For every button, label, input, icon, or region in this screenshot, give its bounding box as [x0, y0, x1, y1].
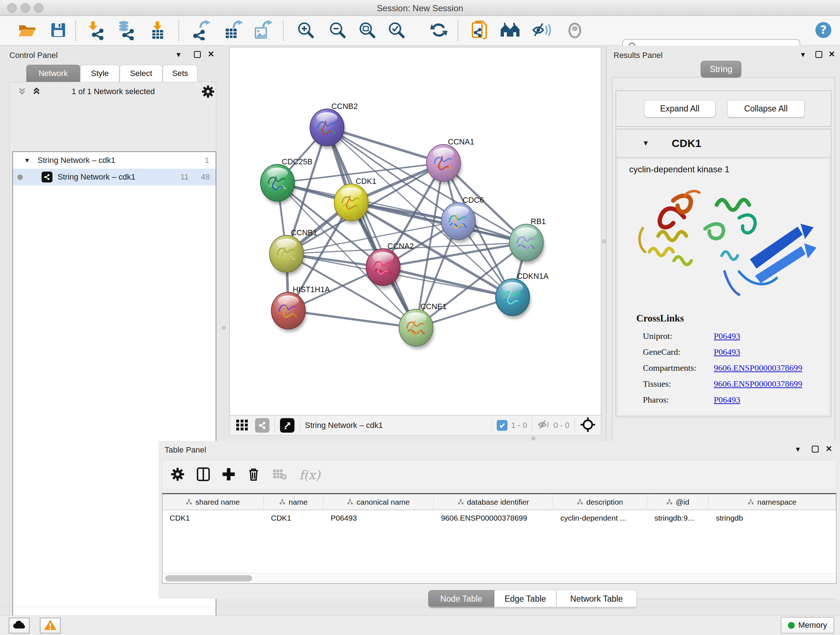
selected-checkbox-icon[interactable]: [497, 420, 508, 431]
node-CCNE1[interactable]: [399, 309, 434, 349]
zoom-fit-button[interactable]: [357, 21, 377, 41]
zoom-selected-button[interactable]: [386, 21, 407, 41]
export-network-button[interactable]: [191, 21, 211, 41]
edge-CCNB2-CCNE1[interactable]: [327, 127, 416, 328]
node-CDKN1A[interactable]: [496, 279, 531, 318]
delete-table-icon[interactable]: [272, 468, 287, 482]
table-cell[interactable]: CDK1: [264, 510, 324, 526]
tab-node-table[interactable]: Node Table: [428, 590, 494, 608]
network-row-selected[interactable]: String Network – cdk1 11 48: [13, 169, 216, 185]
panel-collapse-icon[interactable]: ▾: [796, 445, 800, 454]
panel-float-icon[interactable]: [194, 51, 201, 58]
horizontal-splitter-handle[interactable]: [531, 436, 535, 440]
node-CCNB1[interactable]: [270, 235, 305, 275]
table-cell[interactable]: cyclin-dependent ...: [553, 510, 647, 526]
share-document-button[interactable]: [470, 21, 490, 41]
table-cell[interactable]: stringdb: [709, 510, 836, 526]
panel-close-icon[interactable]: ✕: [826, 444, 832, 454]
tab-edge-table[interactable]: Edge Table: [494, 590, 556, 608]
node-CCNA2[interactable]: [366, 249, 401, 288]
tree-expand-icon[interactable]: ▼: [24, 157, 30, 165]
save-session-button[interactable]: [48, 21, 68, 41]
zoom-out-button[interactable]: [327, 21, 347, 41]
birdseye-view-icon[interactable]: [235, 418, 248, 432]
column-header-name[interactable]: name: [264, 494, 324, 510]
column-header-@id[interactable]: @id: [647, 494, 709, 510]
cloud-status-button[interactable]: [9, 618, 30, 633]
column-header-canonical-name[interactable]: canonical name: [324, 494, 434, 510]
edge-CCNA2-CDKN1A[interactable]: [383, 267, 513, 297]
table-cell[interactable]: CDK1: [163, 510, 264, 526]
section-collapse-icon[interactable]: ▼: [642, 139, 649, 147]
node-RB1[interactable]: [509, 224, 545, 264]
tab-select[interactable]: Select: [120, 65, 163, 82]
hide-graphics-details-button[interactable]: [532, 21, 552, 41]
crosslink-link[interactable]: P06493: [714, 347, 740, 357]
network-canvas[interactable]: CCNB2CCNA1CDC25BCDK1CDC6RB1CCNB1CCNA2CDK…: [229, 47, 601, 416]
table-horizontal-scrollbar[interactable]: [163, 573, 836, 583]
column-header-database-identifier[interactable]: database identifier: [434, 494, 553, 510]
results-tab-string[interactable]: String: [701, 61, 741, 78]
panel-close-icon[interactable]: ✕: [208, 50, 214, 59]
refresh-view-button[interactable]: [429, 21, 449, 41]
add-column-icon[interactable]: [222, 467, 235, 483]
import-network-file-button[interactable]: [86, 21, 106, 41]
hidden-eye-icon[interactable]: [538, 419, 551, 432]
export-image-button[interactable]: [253, 21, 273, 41]
panel-collapse-icon[interactable]: ▾: [177, 50, 180, 59]
node-CDK1[interactable]: [334, 184, 369, 224]
memory-button[interactable]: Memory: [781, 617, 834, 633]
collapse-all-button[interactable]: Collapse All: [727, 100, 805, 117]
panel-float-icon[interactable]: [815, 51, 822, 58]
import-table-file-button[interactable]: [148, 21, 168, 41]
expand-all-networks-icon[interactable]: [31, 86, 42, 98]
show-graphics-details-button[interactable]: [565, 21, 585, 41]
zoom-in-button[interactable]: [295, 21, 316, 41]
help-button[interactable]: ?: [813, 21, 834, 41]
edge-HIST1H1A-CCNE1[interactable]: [288, 310, 416, 328]
fit-selected-crosshair-icon[interactable]: [580, 417, 596, 434]
vertical-splitter-handle[interactable]: [222, 326, 226, 330]
collapse-all-networks-icon[interactable]: [17, 86, 27, 98]
string-style-toggle-icon[interactable]: [255, 418, 270, 432]
tab-network-table[interactable]: Network Table: [556, 590, 637, 608]
string-network-graph[interactable]: CCNB2CCNA1CDC25BCDK1CDC6RB1CCNB1CCNA2CDK…: [230, 48, 602, 416]
crosslink-link[interactable]: P06493: [714, 331, 740, 341]
function-builder-icon[interactable]: f(x): [299, 468, 320, 482]
protein-section-header[interactable]: ▼ CDK1: [616, 129, 831, 157]
node-table[interactable]: shared namenamecanonical namedatabase id…: [162, 493, 836, 584]
open-session-button[interactable]: [17, 21, 37, 41]
expand-all-button[interactable]: Expand All: [644, 100, 715, 117]
panel-collapse-icon[interactable]: ▾: [801, 50, 805, 59]
crosslink-link[interactable]: 9606.ENSP00000378699: [714, 363, 802, 373]
table-cell[interactable]: P06493: [324, 510, 434, 526]
table-cell[interactable]: 9606.ENSP00000378699: [434, 510, 553, 526]
node-HIST1H1A[interactable]: [271, 292, 306, 332]
network-options-gear-icon[interactable]: [201, 85, 215, 100]
table-cell[interactable]: stringdb:9...: [647, 510, 709, 526]
delete-column-icon[interactable]: [247, 467, 260, 483]
table-settings-gear-icon[interactable]: [171, 467, 185, 483]
tab-network[interactable]: Network: [27, 65, 80, 82]
import-network-database-button[interactable]: [116, 21, 136, 41]
home-button[interactable]: [500, 21, 521, 41]
node-CCNB2[interactable]: [310, 109, 345, 149]
network-collection-row[interactable]: ▼ String Network – cdk1 1: [13, 152, 216, 169]
panel-float-icon[interactable]: [812, 446, 819, 453]
node-CDC25B[interactable]: [261, 165, 295, 204]
tab-style[interactable]: Style: [80, 65, 119, 82]
table-row[interactable]: CDK1CDK1P064939606.ENSP00000378699cyclin…: [163, 510, 836, 526]
export-table-button[interactable]: [223, 21, 243, 41]
node-CCNA1[interactable]: [426, 144, 462, 184]
crosslink-link[interactable]: P06493: [714, 395, 740, 405]
column-header-namespace[interactable]: namespace: [709, 494, 836, 510]
scrollbar-thumb[interactable]: [165, 575, 252, 581]
show-columns-icon[interactable]: [196, 467, 210, 483]
crosslink-link[interactable]: 9606.ENSP00000378699: [714, 379, 802, 389]
open-in-browser-icon[interactable]: [280, 418, 294, 432]
tab-sets[interactable]: Sets: [163, 65, 197, 82]
column-header-shared-name[interactable]: shared name: [163, 494, 264, 510]
panel-close-icon[interactable]: ✕: [829, 50, 835, 59]
warnings-button[interactable]: [40, 618, 61, 633]
column-header-description[interactable]: description: [553, 494, 647, 510]
